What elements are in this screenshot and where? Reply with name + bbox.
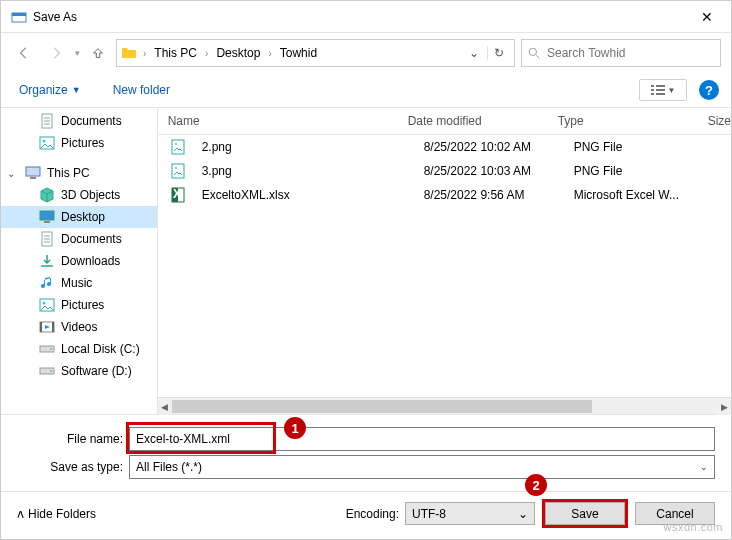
- column-headers[interactable]: Name Date modified Type Size: [158, 108, 731, 135]
- organize-button[interactable]: Organize▼: [13, 79, 87, 101]
- svg-point-30: [175, 167, 177, 169]
- file-row[interactable]: 2.png 8/25/2022 10:02 AM PNG File: [158, 135, 731, 159]
- drive-icon: [39, 341, 55, 357]
- svg-rect-22: [52, 322, 54, 332]
- search-input[interactable]: Search Towhid: [521, 39, 721, 67]
- save-as-type-label: Save as type:: [1, 460, 129, 474]
- svg-rect-3: [651, 85, 654, 87]
- sidebar-item-pictures2[interactable]: Pictures: [1, 294, 157, 316]
- sidebar-item-3d-objects[interactable]: 3D Objects: [1, 184, 157, 206]
- sidebar-item-downloads[interactable]: Downloads: [1, 250, 157, 272]
- sidebar-item-this-pc[interactable]: ⌄This PC: [1, 162, 157, 184]
- address-dropdown[interactable]: ⌄: [465, 46, 483, 60]
- sidebar-item-software[interactable]: Software (D:): [1, 360, 157, 382]
- svg-point-24: [50, 348, 52, 350]
- search-placeholder: Search Towhid: [547, 46, 626, 60]
- scroll-left-icon[interactable]: ◀: [158, 398, 172, 415]
- svg-text:X: X: [173, 187, 181, 201]
- svg-rect-8: [656, 93, 665, 95]
- col-size[interactable]: Size: [708, 114, 731, 128]
- sidebar-item-local-disk[interactable]: Local Disk (C:): [1, 338, 157, 360]
- scroll-thumb[interactable]: [172, 400, 592, 413]
- new-folder-button[interactable]: New folder: [107, 79, 176, 101]
- sidebar-item-music[interactable]: Music: [1, 272, 157, 294]
- navigation-row: ▾ › This PC › Desktop › Towhid ⌄ ↻ Searc…: [1, 33, 731, 73]
- window-title: Save As: [33, 10, 687, 24]
- svg-rect-16: [44, 221, 50, 223]
- hide-folders-button[interactable]: ʌ Hide Folders: [17, 507, 96, 521]
- svg-rect-14: [30, 177, 36, 179]
- sidebar-item-desktop[interactable]: Desktop: [1, 206, 157, 228]
- excel-file-icon: X: [170, 187, 186, 203]
- view-options-button[interactable]: ▼: [639, 79, 687, 101]
- col-type[interactable]: Type: [558, 114, 708, 128]
- picture-icon: [39, 135, 55, 151]
- help-button[interactable]: ?: [699, 80, 719, 100]
- download-icon: [39, 253, 55, 269]
- pc-icon: [25, 165, 41, 181]
- chevron-right-icon[interactable]: ›: [141, 48, 148, 59]
- address-bar[interactable]: › This PC › Desktop › Towhid ⌄ ↻: [116, 39, 515, 67]
- save-as-type-combo[interactable]: All Files (*.*) ⌄: [129, 455, 715, 479]
- title-bar: Save As ✕: [1, 1, 731, 33]
- close-button[interactable]: ✕: [687, 9, 727, 25]
- chevron-down-icon: ⌄: [700, 462, 708, 472]
- search-icon: [528, 47, 541, 60]
- svg-rect-15: [40, 211, 54, 220]
- file-list: Name Date modified Type Size 2.png 8/25/…: [158, 108, 731, 414]
- video-icon: [39, 319, 55, 335]
- refresh-button[interactable]: ↻: [487, 46, 510, 60]
- encoding-label: Encoding:: [346, 507, 399, 521]
- view-icon: [651, 84, 665, 96]
- svg-rect-27: [172, 140, 184, 154]
- document-icon: [39, 231, 55, 247]
- crumb-this-pc[interactable]: This PC: [152, 46, 199, 60]
- main-area: Documents Pictures ⌄This PC 3D Objects D…: [1, 108, 731, 414]
- drive-icon: [39, 363, 55, 379]
- annotation-badge-2: 2: [525, 474, 547, 496]
- sidebar-item-videos[interactable]: Videos: [1, 316, 157, 338]
- svg-rect-5: [651, 89, 654, 91]
- save-button[interactable]: Save: [545, 502, 625, 525]
- recent-dropdown[interactable]: ▾: [75, 48, 80, 58]
- svg-point-11: [43, 140, 46, 143]
- col-date[interactable]: Date modified: [408, 114, 558, 128]
- chevron-right-icon[interactable]: ›: [266, 48, 273, 59]
- desktop-icon: [39, 209, 55, 225]
- scroll-right-icon[interactable]: ▶: [717, 398, 731, 415]
- back-button[interactable]: [11, 40, 37, 66]
- sidebar-item-pictures[interactable]: Pictures: [1, 132, 157, 154]
- file-name-input[interactable]: [129, 427, 715, 451]
- svg-rect-21: [40, 322, 42, 332]
- file-row[interactable]: 3.png 8/25/2022 10:03 AM PNG File: [158, 159, 731, 183]
- toolbar: Organize▼ New folder ▼ ?: [1, 73, 731, 108]
- bottom-bar: ʌ Hide Folders Encoding: UTF-8 ⌄ 2 Save …: [1, 491, 731, 535]
- file-name-label: File name:: [1, 432, 129, 446]
- sidebar-item-documents2[interactable]: Documents: [1, 228, 157, 250]
- encoding-combo[interactable]: UTF-8 ⌄: [405, 502, 535, 525]
- crumb-folder[interactable]: Towhid: [278, 46, 319, 60]
- file-row[interactable]: X ExceltoXML.xlsx 8/25/2022 9:56 AM Micr…: [158, 183, 731, 207]
- col-name[interactable]: Name: [158, 114, 408, 128]
- svg-rect-4: [656, 85, 665, 87]
- save-form: File name: 1 Save as type: All Files (*.…: [1, 414, 731, 491]
- sidebar-item-documents[interactable]: Documents: [1, 110, 157, 132]
- sidebar: Documents Pictures ⌄This PC 3D Objects D…: [1, 108, 158, 414]
- svg-point-19: [43, 302, 46, 305]
- svg-rect-29: [172, 164, 184, 178]
- forward-button[interactable]: [43, 40, 69, 66]
- svg-point-26: [50, 370, 52, 372]
- chevron-down-icon: ⌄: [518, 507, 528, 521]
- crumb-desktop[interactable]: Desktop: [214, 46, 262, 60]
- svg-rect-7: [651, 93, 654, 95]
- svg-rect-1: [12, 13, 26, 16]
- folder-icon: [121, 45, 137, 61]
- app-icon: [11, 9, 27, 25]
- up-button[interactable]: [86, 41, 110, 65]
- image-file-icon: [170, 163, 186, 179]
- watermark: wsxdn.com: [663, 521, 723, 533]
- svg-point-28: [175, 143, 177, 145]
- cube-icon: [39, 187, 55, 203]
- chevron-right-icon[interactable]: ›: [203, 48, 210, 59]
- horizontal-scrollbar[interactable]: ◀ ▶: [158, 397, 731, 414]
